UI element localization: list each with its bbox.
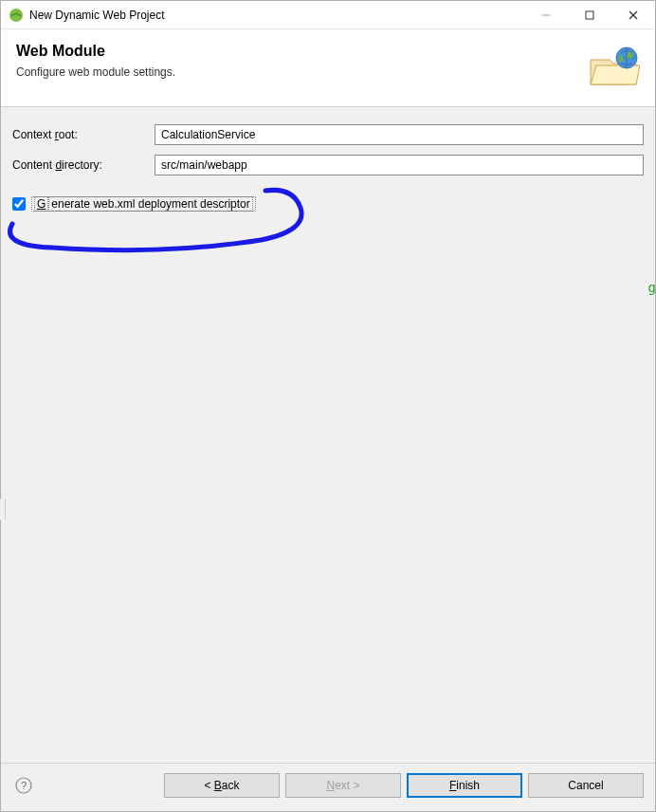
content-directory-label: Content directory: [12, 158, 155, 172]
wizard-buttonbar: ? < Back Next > Finish Cancel [1, 764, 655, 811]
content-directory-input[interactable] [155, 155, 644, 175]
page-title: Web Module [16, 43, 175, 60]
finish-button[interactable]: Finish [407, 773, 522, 798]
content-directory-row: Content directory: [12, 155, 644, 175]
close-button[interactable] [611, 1, 655, 29]
svg-rect-2 [586, 11, 593, 19]
folder-globe-icon [587, 43, 640, 91]
dialog-window: New Dynamic Web Project Web Module Confi… [0, 0, 656, 812]
help-button[interactable]: ? [12, 774, 35, 797]
background-text-fragment: g [648, 280, 656, 295]
window-controls [524, 1, 655, 28]
titlebar: New Dynamic Web Project [1, 1, 655, 29]
app-icon [9, 8, 24, 23]
background-text-fragment [0, 499, 6, 520]
context-root-label: Context root: [12, 128, 155, 141]
minimize-button[interactable] [524, 1, 568, 29]
generate-webxml-checkbox[interactable] [12, 197, 26, 211]
next-button: Next > [285, 773, 401, 798]
back-button[interactable]: < Back [164, 773, 280, 798]
hand-drawn-circle-annotation [0, 181, 318, 257]
window-title: New Dynamic Web Project [29, 9, 165, 22]
context-root-input[interactable] [155, 124, 644, 145]
background-text-fragment [0, 357, 8, 372]
maximize-button[interactable] [568, 1, 611, 29]
wizard-content: Context root: Content directory: Generat… [1, 107, 655, 764]
page-subtitle: Configure web module settings. [16, 65, 175, 79]
svg-text:?: ? [21, 780, 27, 791]
generate-webxml-row: Generate web.xml deployment descriptor [12, 196, 644, 212]
wizard-header: Web Module Configure web module settings… [1, 29, 655, 107]
generate-webxml-label: Generate web.xml deployment descriptor [31, 196, 256, 212]
cancel-button[interactable]: Cancel [528, 773, 644, 798]
context-root-row: Context root: [12, 124, 644, 145]
